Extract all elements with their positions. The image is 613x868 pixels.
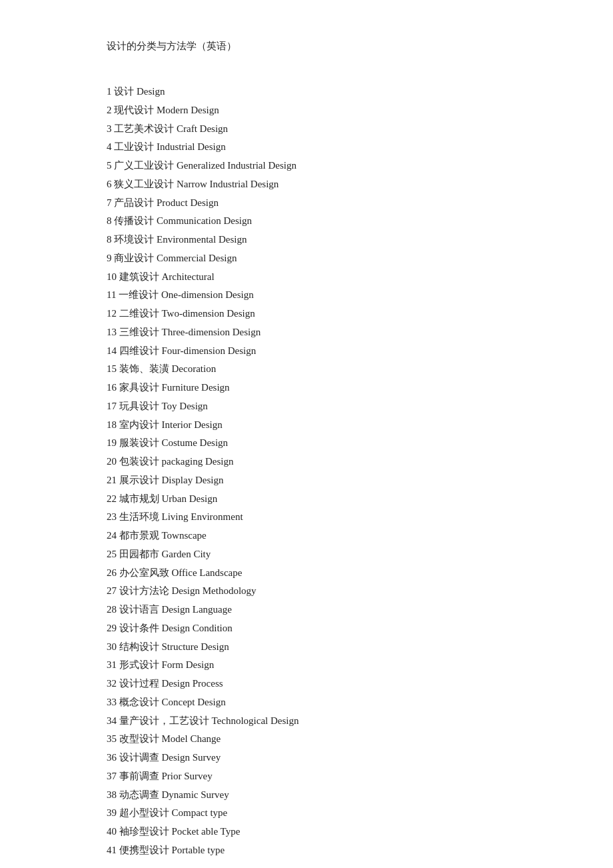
list-item: 28 设计语言 Design Language [107, 601, 560, 619]
list-item: 9 商业设计 Commercial Design [107, 249, 560, 268]
item-en: Design [137, 86, 165, 97]
page-title: 设计的分类与方法学（英语） [107, 40, 560, 53]
list-item: 8 传播设计 Communication Design [107, 212, 560, 231]
item-en: Townscape [162, 530, 207, 541]
list-item: 33 概念设计 Concept Design [107, 693, 560, 712]
list-item: 40 袖珍型设计 Pocket able Type [107, 823, 560, 841]
item-number: 27 [107, 585, 119, 596]
list-item: 38 动态调查 Dynamic Survey [107, 786, 560, 805]
item-number: 6 [107, 179, 114, 189]
item-zh: 广义工业设计 [114, 160, 177, 171]
item-zh: 设计 [114, 86, 137, 97]
item-number: 8 [107, 234, 114, 245]
item-en: Portable type [172, 845, 225, 855]
item-number: 26 [107, 567, 119, 578]
list-item: 7 产品设计 Product Design [107, 194, 560, 213]
item-number: 32 [107, 678, 119, 689]
item-number: 38 [107, 789, 119, 800]
list-item: 2 现代设计 Modern Design [107, 101, 560, 120]
item-zh: 商业设计 [114, 253, 157, 263]
item-number: 35 [107, 733, 119, 744]
item-number: 16 [107, 382, 119, 393]
item-en: Toy Design [162, 401, 208, 411]
item-zh: 设计调查 [119, 752, 162, 763]
item-number: 36 [107, 752, 119, 763]
item-list: 1 设计 Design2 现代设计 Modern Design3 工艺美术设计 … [107, 83, 560, 860]
item-zh: 狭义工业设计 [114, 179, 177, 189]
item-en: Modern Design [157, 105, 219, 115]
item-en: Costume Design [162, 437, 229, 448]
item-zh: 装饰、装潢 [119, 363, 172, 374]
item-zh: 设计条件 [119, 623, 162, 633]
item-en: Interior Design [162, 419, 223, 430]
item-number: 21 [107, 475, 119, 485]
list-item: 11 一维设计 One-dimension Design [107, 286, 560, 305]
item-en: Decoration [172, 363, 217, 374]
item-number: 13 [107, 327, 119, 337]
item-zh: 四维设计 [119, 345, 162, 356]
item-en: Form Design [162, 659, 215, 670]
item-en: Design Survey [162, 752, 221, 763]
item-zh: 量产设计，工艺设计 [119, 715, 212, 726]
item-zh: 设计过程 [119, 678, 162, 689]
item-zh: 二维设计 [119, 308, 162, 319]
item-zh: 城市规划 [119, 493, 162, 504]
list-item: 39 超小型设计 Compact type [107, 804, 560, 823]
item-number: 39 [107, 807, 119, 818]
item-en: Display Design [162, 475, 224, 485]
list-item: 14 四维设计 Four-dimension Design [107, 342, 560, 361]
item-zh: 工业设计 [114, 141, 157, 152]
list-item: 15 装饰、装潢 Decoration [107, 360, 560, 379]
item-en: Model Change [162, 733, 221, 744]
item-number: 15 [107, 363, 119, 374]
item-zh: 家具设计 [119, 382, 162, 393]
list-item: 31 形式设计 Form Design [107, 656, 560, 675]
list-item: 16 家具设计 Furniture Design [107, 379, 560, 397]
list-item: 25 田园都市 Garden City [107, 545, 560, 564]
item-number: 8 [107, 215, 114, 226]
item-zh: 生活环境 [119, 511, 162, 522]
list-item: 36 设计调查 Design Survey [107, 749, 560, 767]
list-item: 30 结构设计 Structure Design [107, 638, 560, 657]
list-item: 41 便携型设计 Portable type [107, 841, 560, 860]
list-item: 23 生活环境 Living Environment [107, 508, 560, 527]
item-zh: 建筑设计 [119, 271, 162, 282]
item-en: Product Design [157, 197, 219, 208]
item-number: 37 [107, 771, 119, 781]
item-en: Two-dimension Design [162, 308, 255, 319]
item-en: Design Methodology [172, 585, 257, 596]
item-zh: 田园都市 [119, 549, 162, 559]
item-number: 1 [107, 86, 114, 97]
item-number: 34 [107, 715, 119, 726]
item-en: Commercial Design [157, 253, 237, 263]
item-number: 14 [107, 345, 119, 356]
list-item: 1 设计 Design [107, 83, 560, 101]
item-en: Office Landscape [172, 567, 243, 578]
item-number: 40 [107, 826, 119, 837]
list-item: 8 环境设计 Environmental Design [107, 231, 560, 249]
item-zh: 设计语言 [119, 604, 162, 615]
item-number: 30 [107, 641, 119, 652]
item-number: 17 [107, 401, 119, 411]
item-zh: 玩具设计 [119, 401, 162, 411]
item-en: Three-dimension Design [162, 327, 261, 337]
item-number: 11 [107, 289, 119, 300]
list-item: 4 工业设计 Industrial Design [107, 138, 560, 157]
item-number: 5 [107, 160, 114, 171]
item-en: packaging Design [162, 456, 234, 467]
item-zh: 设计方法论 [119, 585, 172, 596]
item-zh: 包装设计 [119, 456, 162, 467]
item-en: Communication Design [157, 215, 252, 226]
item-number: 28 [107, 604, 119, 615]
item-en: Prior Survey [162, 771, 213, 781]
item-number: 19 [107, 437, 119, 448]
item-number: 22 [107, 493, 119, 504]
list-item: 29 设计条件 Design Condition [107, 619, 560, 638]
item-number: 20 [107, 456, 119, 467]
list-item: 35 改型设计 Model Change [107, 730, 560, 749]
list-item: 12 二维设计 Two-dimension Design [107, 305, 560, 323]
item-zh: 都市景观 [119, 530, 162, 541]
item-en: Pocket able Type [172, 826, 241, 837]
item-zh: 展示设计 [119, 475, 162, 485]
item-number: 18 [107, 419, 119, 430]
